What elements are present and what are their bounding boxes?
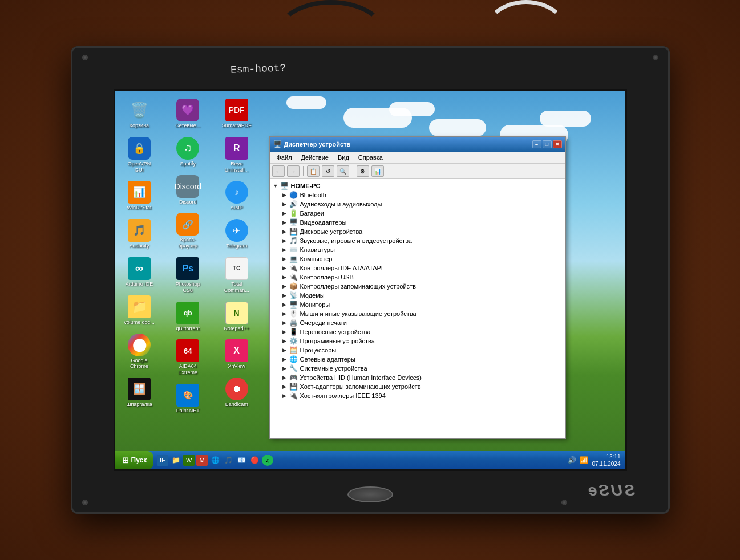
ieee1394-label: Хост-контроллеры IEEE 1394 (300, 392, 386, 399)
tree-item-network-adapters[interactable]: ▶ 🌐 Сетевые адаптеры (272, 355, 563, 364)
taskbar-icon-6[interactable]: 🎵 (223, 455, 234, 466)
toolbar-forward[interactable]: → (287, 165, 300, 177)
start-button[interactable]: ⊞ Пуск (115, 451, 154, 469)
tree-item-batteries[interactable]: ▶ 🔋 Батареи (272, 209, 563, 218)
desktop-icon-qbittorrent[interactable]: qb qBittorrent (169, 299, 207, 334)
desktop-icon-audacity[interactable]: 🎵 Audacity (121, 217, 158, 251)
bottom-oval-button[interactable] (347, 486, 393, 502)
taskbar-icon-1[interactable]: IE (157, 455, 168, 466)
tree-item-audio-io[interactable]: ▶ 🔊 Аудиовходы и аудиовыходы (272, 200, 563, 209)
tree-item-print-queue[interactable]: ▶ 🖨️ Очереди печати (272, 318, 563, 327)
taskbar-icon-2[interactable]: 📁 (170, 455, 181, 466)
tree-item-disk[interactable]: ▶ 💾 Дисковые устройства (272, 227, 563, 236)
network-icon: 💜 (176, 99, 199, 121)
menu-action[interactable]: Действие (297, 153, 333, 162)
tree-item-storage-ctrl[interactable]: ▶ 📦 Контроллеры запоминающих устройств (272, 282, 563, 291)
desktop-icon-discord[interactable]: Discord Discord (169, 173, 207, 208)
tree-item-computer[interactable]: ▶ 💻 Компьютер (272, 254, 563, 263)
sumatrapdf-label: SumatraPDF (222, 123, 252, 129)
window-title: Диспетчер устройств (284, 141, 351, 148)
totalcommander-icon: TC (225, 257, 248, 280)
toolbar-extra1[interactable]: ⚙ (357, 165, 369, 177)
desktop-icon-totalcommander[interactable]: TC Total Comman... (218, 255, 255, 296)
tree-item-monitors[interactable]: ▶ 🖥️ Мониторы (272, 300, 563, 309)
clock-time: 12:11 (592, 453, 620, 460)
screw-tl (82, 55, 88, 60)
keyboard-icon: ⌨️ (289, 246, 298, 254)
audio-io-arrow: ▶ (282, 201, 289, 207)
menu-file[interactable]: Файл (272, 153, 297, 162)
tree-item-portable[interactable]: ▶ 📱 Переносные устройства (272, 327, 563, 336)
print-queue-label: Очереди печати (300, 319, 347, 326)
desktop-icon-revo[interactable]: R Revo Uninstall... (218, 135, 255, 176)
taskbar-clock: 12:11 07.11.2024 (592, 453, 620, 468)
tree-item-video[interactable]: ▶ 🖥️ Видеоадаптеры (272, 218, 563, 227)
desktop-icon-aida64[interactable]: 64 AIDA64 Extreme (169, 337, 207, 378)
taskbar-icon-7[interactable]: 📧 (236, 455, 247, 466)
taskbar-icon-3[interactable]: W (183, 455, 195, 466)
audio-io-label: Аудиовходы и аудиовыходы (300, 201, 382, 208)
desktop-icon-paintnet[interactable]: 🎨 Paint.NET (169, 382, 207, 416)
taskbar-icons: IE 📁 W M 🌐 🎵 📧 🔴 ♫ (153, 455, 563, 466)
desktop-icon-spotify[interactable]: ♫ Spotify (169, 135, 207, 169)
maximize-button[interactable]: □ (543, 140, 552, 148)
hid-arrow: ▶ (282, 375, 289, 380)
taskbar: ⊞ Пуск IE 📁 W M 🌐 🎵 📧 🔴 ♫ (115, 451, 625, 469)
table-surface: Esm-hoot? (0, 0, 740, 560)
tree-item-modem[interactable]: ▶ 📡 Модемы (272, 291, 563, 300)
tree-item-software-dev[interactable]: ▶ ⚙️ Программные устройства (272, 336, 563, 346)
close-button[interactable]: ✕ (553, 140, 562, 148)
window-content[interactable]: ▼ 🖥️ HOME-PC ▶ 🔵 Bluetooth (270, 179, 565, 438)
tree-item-ide[interactable]: ▶ 🔌 Контроллеры IDE ATA/ATAPI (272, 263, 563, 273)
tree-item-keyboard[interactable]: ▶ ⌨️ Клавиатуры (272, 245, 563, 254)
recycle-label: Корзина (130, 123, 149, 129)
tree-root-item[interactable]: ▼ 🖥️ HOME-PC (272, 181, 563, 190)
tree-item-bluetooth[interactable]: ▶ 🔵 Bluetooth (272, 190, 563, 200)
totalcommander-label: Total Comman... (220, 281, 253, 294)
menu-view[interactable]: Вид (333, 153, 354, 162)
device-tree: ▼ 🖥️ HOME-PC ▶ 🔵 Bluetooth (272, 181, 563, 400)
toolbar-update[interactable]: ↺ (322, 165, 334, 177)
usb-arrow: ▶ (282, 274, 289, 280)
desktop-icon-chrome[interactable]: ⬤ Google Chrome (121, 331, 158, 372)
desktop-icon-openvpn[interactable]: 🔒 OpenVPN GUI (121, 135, 158, 176)
audacity-label: Audacity (130, 243, 149, 249)
desktop-icon-photoshop[interactable]: Ps Photoshop CS8 (169, 255, 207, 296)
desktop-icon-telegram[interactable]: ✈ Telegram (218, 217, 255, 251)
network-adapters-label: Сетевые адаптеры (300, 356, 355, 363)
desktop-icon-bandicam[interactable]: ⏺ Bandicam (218, 375, 255, 410)
desktop-icon-arduino[interactable]: ∞ Arduino IDE (121, 255, 158, 290)
tree-item-sound[interactable]: ▶ 🎵 Звуковые, игровые и видеоустройства (272, 236, 563, 245)
menu-help[interactable]: Справка (354, 153, 387, 162)
batteries-label: Батареи (300, 210, 325, 217)
desktop-icon-crossbrowser[interactable]: 🔗 Кросс-браузер (169, 210, 207, 251)
toolbar-extra2[interactable]: 📊 (371, 165, 384, 177)
taskbar-icon-5[interactable]: 🌐 (209, 455, 221, 466)
desktop-icon-recycle[interactable]: 🗑️ Корзина (121, 96, 158, 131)
desktop-icon-aimp[interactable]: ♪ AIMP (218, 178, 255, 213)
desktop-icon-notepad[interactable]: N Notepad++ (218, 299, 255, 334)
taskbar-icon-9[interactable]: ♫ (262, 455, 273, 466)
storage-host-label: Хост-адаптеры запоминающих устройств (300, 383, 421, 390)
toolbar-properties[interactable]: 📋 (307, 165, 320, 177)
desktop-icon-volume[interactable]: 📁 volume doc... (121, 293, 158, 328)
desktop-icon-xnview[interactable]: X XnView (218, 337, 255, 372)
tree-item-usb[interactable]: ▶ 🔌 Контроллеры USB (272, 273, 563, 282)
tree-item-system-dev[interactable]: ▶ 🔧 Системные устройства (272, 364, 563, 373)
taskbar-icon-8[interactable]: 🔴 (249, 455, 260, 466)
toolbar-scan[interactable]: 🔍 (337, 165, 349, 177)
desktop-icon-sumatrapdf[interactable]: PDF SumatraPDF (218, 96, 255, 131)
toolbar-back[interactable]: ← (272, 165, 285, 177)
minimize-button[interactable]: – (532, 140, 541, 148)
bandicam-label: Bandicam (225, 401, 248, 408)
tree-item-mice[interactable]: ▶ 🖱️ Мыши и иные указывающие устройства (272, 309, 563, 318)
taskbar-icon-4[interactable]: M (196, 455, 208, 466)
desktop-icon-network[interactable]: 💜 Сетевые... (169, 96, 207, 131)
tree-item-cpu[interactable]: ▶ 🧮 Процессоры (272, 346, 563, 355)
tree-item-storage-host[interactable]: ▶ 💾 Хост-адаптеры запоминающих устройств (272, 382, 563, 391)
desktop-icon-winpilot[interactable]: 🪟 Шпаргалка (121, 375, 158, 410)
desktop-icon-windirstat[interactable]: 📊 WinDirStat (121, 178, 158, 213)
tree-item-hid[interactable]: ▶ 🎮 Устройства HID (Human Interface Devi… (272, 373, 563, 382)
storage-host-icon: 💾 (289, 383, 298, 391)
tree-item-ieee1394[interactable]: ▶ 🔌 Хост-контроллеры IEEE 1394 (272, 391, 563, 400)
